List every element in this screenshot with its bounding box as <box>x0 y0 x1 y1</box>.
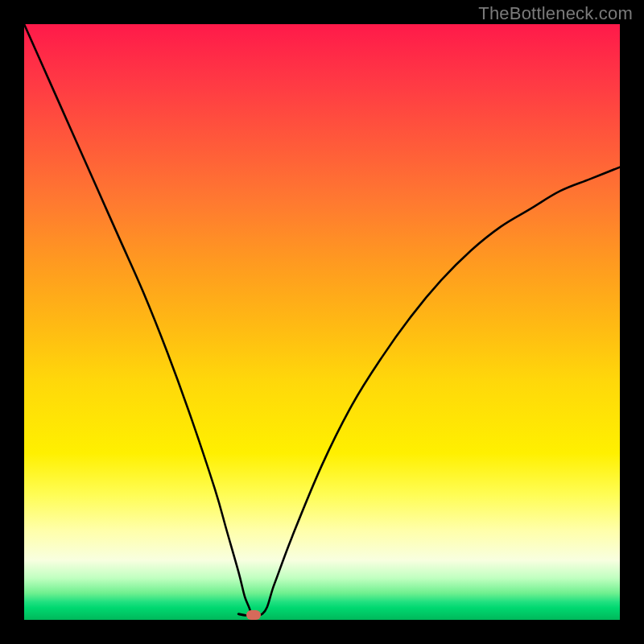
bottleneck-curve <box>24 24 620 620</box>
watermark-text: TheBottleneck.com <box>478 3 633 24</box>
plot-area <box>24 24 620 620</box>
chart-frame: TheBottleneck.com <box>0 0 644 644</box>
curve-path <box>24 24 620 617</box>
optimal-point-marker <box>246 610 261 620</box>
